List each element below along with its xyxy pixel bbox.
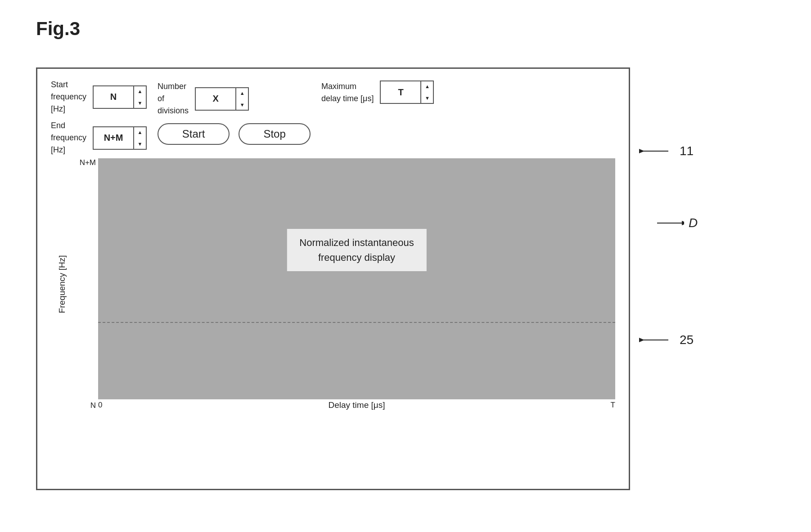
num-div-down[interactable] xyxy=(236,99,248,111)
x-tick-end: T xyxy=(606,401,615,410)
num-div-arrows[interactable] xyxy=(235,87,248,111)
svg-marker-4 xyxy=(682,221,684,225)
start-freq-spinner[interactable]: N xyxy=(93,85,147,109)
arrow-d xyxy=(657,219,684,228)
ref-11-text: 11 xyxy=(680,144,694,158)
svg-marker-3 xyxy=(639,338,644,342)
chart-plot-area: Normalized instantaneous frequency displ… xyxy=(98,158,615,399)
end-freq-arrows[interactable] xyxy=(133,126,146,150)
main-panel: Start frequency [Hz] N End frequency [Hz… xyxy=(36,67,630,490)
figure-label: Fig.3 xyxy=(36,18,80,40)
start-freq-label: Start frequency [Hz] xyxy=(51,79,86,115)
start-freq-value: N xyxy=(94,92,133,102)
start-button[interactable]: Start xyxy=(158,123,230,145)
end-freq-spinner[interactable]: N+M xyxy=(93,126,147,150)
y-ticks-col: N+M N xyxy=(73,158,98,410)
ref-25-text: 25 xyxy=(680,333,694,347)
x-axis-row: 0 Delay time [μs] T xyxy=(98,399,615,410)
y-tick-top: N+M xyxy=(80,158,96,167)
start-freq-up[interactable] xyxy=(134,85,146,97)
start-freq-down[interactable] xyxy=(134,97,146,109)
end-freq-label: End frequency [Hz] xyxy=(51,120,86,156)
num-div-up[interactable] xyxy=(236,87,248,99)
chart-wrapper: Frequency [Hz] N+M N Normalized instanta… xyxy=(51,158,615,410)
max-delay-value: T xyxy=(381,87,420,98)
chart-inner: Frequency [Hz] N+M N Normalized instanta… xyxy=(51,158,615,410)
ref-label-d-wrapper: D xyxy=(657,216,698,230)
ref-label-11-wrapper: 11 xyxy=(639,144,694,158)
max-delay-arrows[interactable] xyxy=(420,80,433,104)
start-freq-arrows[interactable] xyxy=(133,85,146,109)
arrow-11 xyxy=(639,147,675,156)
stop-button[interactable]: Stop xyxy=(239,123,311,145)
ref-d-text: D xyxy=(689,216,698,230)
chart-dashed-line xyxy=(98,322,615,323)
y-axis-label: Frequency [Hz] xyxy=(57,255,67,313)
chart-background xyxy=(98,158,615,399)
num-div-value: X xyxy=(196,94,235,104)
x-tick-start: 0 xyxy=(98,401,107,410)
end-freq-value: N+M xyxy=(94,133,133,143)
num-div-label: Number of divisions xyxy=(158,80,189,117)
max-delay-up[interactable] xyxy=(421,80,433,92)
svg-marker-1 xyxy=(639,149,644,153)
ref-label-25-wrapper: 25 xyxy=(639,333,694,347)
y-tick-bottom: N xyxy=(90,401,96,410)
chart-display-label: Normalized instantaneous frequency displ… xyxy=(287,229,426,271)
end-freq-down[interactable] xyxy=(134,138,146,150)
max-delay-down[interactable] xyxy=(421,92,433,104)
y-axis-label-col: Frequency [Hz] xyxy=(51,158,73,410)
max-delay-label: Maximum delay time [μs] xyxy=(321,80,374,105)
max-delay-spinner[interactable]: T xyxy=(380,80,434,104)
end-freq-up[interactable] xyxy=(134,126,146,138)
x-axis-label: Delay time [μs] xyxy=(107,400,606,410)
arrow-25 xyxy=(639,335,675,344)
controls-top-row: Start frequency [Hz] N End frequency [Hz… xyxy=(37,69,629,156)
num-div-spinner[interactable]: X xyxy=(195,87,249,111)
